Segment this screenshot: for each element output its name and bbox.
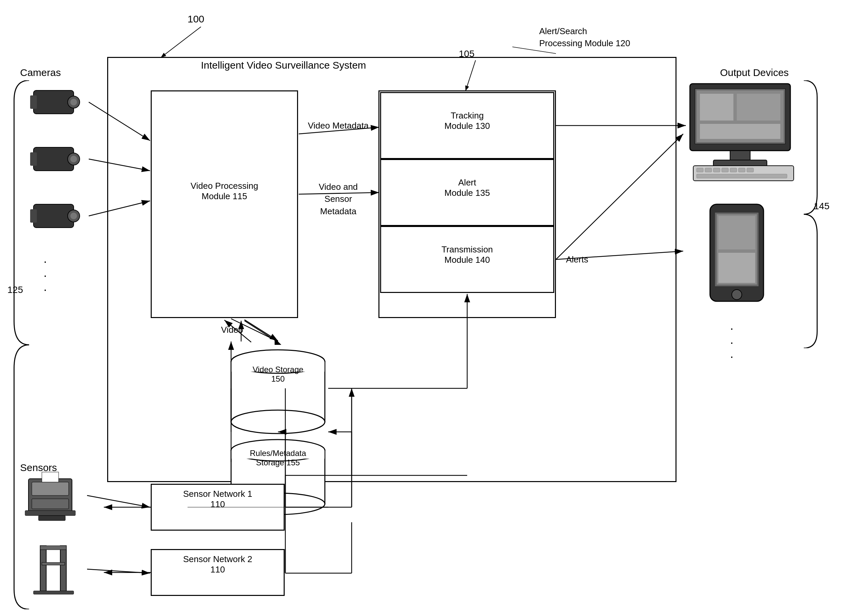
ref-105: 105 — [459, 49, 474, 59]
svg-rect-41 — [705, 168, 712, 172]
alert-search-label: Alert/SearchProcessing Module 120 — [539, 25, 633, 49]
rules-storage-label: Rules/MetadataStorage 155 — [228, 449, 328, 467]
svg-point-51 — [732, 290, 742, 300]
transmission-label: TransmissionModule 140 — [380, 244, 554, 265]
monitor-icon — [687, 80, 801, 174]
keyboard-icon — [690, 164, 797, 184]
sensor-1-icon — [22, 469, 82, 522]
svg-point-14 — [70, 156, 77, 162]
video-storage-label: Video Storage150 — [228, 365, 328, 384]
svg-rect-23 — [25, 510, 75, 516]
svg-rect-26 — [40, 546, 46, 593]
right-brace — [801, 80, 821, 348]
svg-rect-29 — [40, 546, 66, 550]
svg-line-81 — [87, 569, 150, 573]
phone-icon — [703, 201, 770, 308]
video-sensor-metadata-label: Video andSensorMetadata — [302, 181, 375, 217]
svg-rect-27 — [60, 546, 66, 593]
svg-rect-40 — [697, 168, 703, 172]
svg-rect-46 — [747, 168, 753, 172]
svg-rect-28 — [34, 591, 74, 594]
main-system-title: Intelligent Video Surveillance System — [201, 60, 366, 71]
tracking-label: TrackingModule 130 — [380, 111, 554, 131]
svg-rect-36 — [700, 94, 733, 121]
sensor-2-icon — [30, 542, 77, 596]
svg-rect-33 — [730, 151, 750, 161]
svg-rect-37 — [737, 94, 780, 121]
svg-rect-30 — [42, 562, 65, 565]
diagram: 100 Intelligent Video Surveillance Syste… — [0, 0, 856, 616]
svg-line-56 — [161, 27, 201, 58]
camera-1-icon — [27, 84, 87, 124]
svg-rect-21 — [32, 482, 69, 496]
camera-3-icon — [27, 198, 87, 238]
svg-rect-38 — [700, 124, 780, 139]
svg-rect-22 — [32, 499, 69, 509]
svg-rect-42 — [713, 168, 720, 172]
svg-rect-19 — [30, 209, 37, 223]
svg-rect-15 — [30, 152, 37, 166]
ref-100: 100 — [188, 14, 204, 25]
video-processing-label: Video ProcessingModule 115 — [152, 181, 296, 201]
cameras-label: Cameras — [20, 67, 61, 78]
alerts-label: Alerts — [566, 254, 588, 265]
svg-rect-25 — [42, 472, 59, 482]
svg-point-10 — [70, 99, 77, 106]
svg-rect-44 — [730, 168, 737, 172]
left-brace — [11, 80, 31, 609]
video-metadata-label: Video Metadata — [305, 121, 372, 131]
output-dots: ··· — [730, 321, 734, 364]
sensor-network2-label: Sensor Network 2110 — [151, 554, 285, 575]
camera-2-icon — [27, 141, 87, 181]
camera-dots: ··· — [43, 254, 48, 296]
svg-rect-47 — [697, 174, 787, 178]
svg-rect-43 — [722, 168, 728, 172]
video-processing-box — [151, 91, 298, 318]
svg-rect-11 — [30, 95, 37, 109]
svg-rect-24 — [38, 516, 65, 521]
output-devices-label: Output Devices — [720, 67, 789, 78]
video-label: Video — [221, 325, 243, 335]
svg-point-18 — [70, 213, 77, 219]
svg-point-2 — [231, 410, 325, 433]
svg-rect-52 — [718, 216, 755, 249]
svg-line-80 — [87, 496, 150, 507]
sensor-network1-label: Sensor Network 1110 — [151, 489, 285, 510]
svg-rect-45 — [739, 168, 745, 172]
svg-rect-53 — [718, 253, 755, 283]
alert-label: AlertModule 135 — [380, 177, 554, 198]
